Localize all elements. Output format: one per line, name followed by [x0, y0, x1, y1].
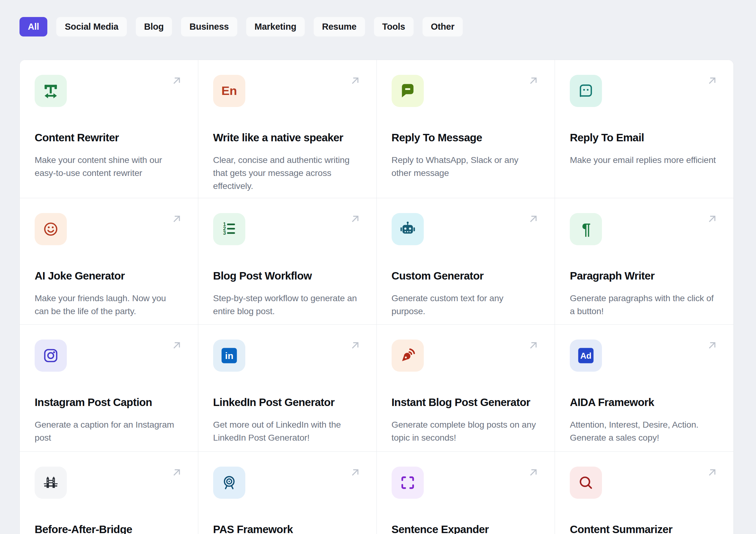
tool-card-instagram-post-caption[interactable]: Instagram Post CaptionGenerate a caption…: [20, 325, 198, 452]
arrow-up-right-icon[interactable]: [527, 213, 539, 225]
svg-text:in: in: [225, 351, 233, 361]
tool-card-title: Content Summarizer: [570, 522, 718, 534]
pilcrow-icon: ¶: [570, 213, 602, 245]
filter-tab-tools[interactable]: Tools: [374, 17, 414, 37]
arrow-up-right-icon[interactable]: [706, 75, 718, 87]
tool-card-custom-generator[interactable]: Custom GeneratorGenerate custom text for…: [377, 198, 555, 325]
filter-tab-social-media[interactable]: Social Media: [56, 17, 126, 37]
arrow-up-right-icon[interactable]: [706, 213, 718, 225]
smiley-icon: [35, 213, 67, 245]
arrow-up-right-icon[interactable]: [349, 339, 361, 351]
tool-card-description: Make your email replies more efficient: [570, 153, 717, 166]
tool-card-description: Make your friends laugh. Now you can be …: [35, 292, 182, 318]
tool-card-paragraph-writer[interactable]: ¶ Paragraph WriterGenerate paragraphs wi…: [555, 198, 733, 325]
filter-tab-other[interactable]: Other: [422, 17, 463, 37]
tools-grid: Content RewriterMake your content shine …: [19, 60, 734, 534]
tool-card-sentence-expander[interactable]: Sentence Expander: [377, 452, 555, 534]
tool-card-description: Generate complete blog posts on any topi…: [392, 418, 539, 444]
tool-card-description: Attention, Interest, Desire, Action. Gen…: [570, 418, 717, 444]
tool-card-reply-to-message[interactable]: Reply To MessageReply to WhatsApp, Slack…: [377, 60, 555, 198]
tool-card-write-like-a-native-speaker[interactable]: En Write like a native speakerClear, con…: [198, 60, 377, 198]
arrow-up-right-icon[interactable]: [349, 213, 361, 225]
filter-tab-resume[interactable]: Resume: [314, 17, 365, 37]
numbered-list-icon: 1 2 3: [213, 213, 245, 245]
tool-card-title: Instagram Post Caption: [35, 395, 183, 410]
tool-card-linkedin-post-generator[interactable]: in LinkedIn Post GeneratorGet more out o…: [198, 325, 377, 452]
tool-card-description: Generate paragraphs with the click of a …: [570, 292, 717, 318]
tool-card-description: Clear, concise and authentic writing tha…: [213, 153, 360, 192]
filter-tab-marketing[interactable]: Marketing: [246, 17, 305, 37]
tool-card-description: Generate custom text for any purpose.: [392, 292, 539, 318]
linkedin-square-icon: in: [213, 339, 245, 372]
arrow-up-right-icon[interactable]: [171, 467, 182, 478]
category-filter-tabs: AllSocial MediaBlogBusinessMarketingResu…: [19, 17, 463, 37]
tool-card-description: Generate a caption for an Instagram post: [35, 418, 182, 444]
tool-card-title: PAS Framework: [213, 522, 362, 534]
tool-card-title: Blog Post Workflow: [213, 269, 362, 283]
tool-card-title: AI Joke Generator: [35, 269, 183, 283]
svg-text:3: 3: [223, 230, 226, 236]
magnifier-icon: [570, 467, 602, 499]
tool-card-ai-joke-generator[interactable]: AI Joke GeneratorMake your friends laugh…: [20, 198, 198, 325]
tool-card-title: Content Rewriter: [35, 130, 183, 145]
filter-tab-all[interactable]: All: [19, 17, 47, 37]
arrow-up-right-icon[interactable]: [171, 213, 182, 225]
en-letters-icon: En: [213, 75, 245, 107]
arrow-up-right-icon[interactable]: [171, 339, 182, 351]
arrow-up-right-icon[interactable]: [706, 339, 718, 351]
arrow-up-right-icon[interactable]: [527, 467, 539, 478]
svg-text:En: En: [221, 84, 237, 97]
tool-card-description: Make your content shine with our easy-to…: [35, 153, 182, 179]
tool-card-content-rewriter[interactable]: Content RewriterMake your content shine …: [20, 60, 198, 198]
tool-card-title: Custom Generator: [392, 269, 540, 283]
tool-card-title: Write like a native speaker: [213, 130, 362, 145]
tool-card-pas-framework[interactable]: PAS Framework: [198, 452, 377, 534]
ad-square-icon: Ad: [570, 339, 602, 372]
target-award-icon: [213, 467, 245, 499]
chat-outline-face-icon: [570, 75, 602, 107]
tool-card-content-summarizer[interactable]: Content Summarizer: [555, 452, 733, 534]
arrow-up-right-icon[interactable]: [706, 467, 718, 478]
instagram-icon: [35, 339, 67, 372]
tool-card-title: AIDA Framework: [570, 395, 718, 410]
arrow-up-right-icon[interactable]: [171, 75, 182, 87]
tool-card-title: Instant Blog Post Generator: [392, 395, 540, 410]
tool-card-description: Reply to WhatsApp, Slack or any other me…: [392, 153, 539, 179]
tool-card-description: Step-by-step workflow to generate an ent…: [213, 292, 360, 318]
tool-card-before-after-bridge[interactable]: Before-After-Bridge: [20, 452, 198, 534]
chat-filled-icon: [392, 75, 424, 107]
tool-card-title: Paragraph Writer: [570, 269, 718, 283]
arrow-up-right-icon[interactable]: [527, 75, 539, 87]
expand-brackets-icon: [392, 467, 424, 499]
tool-card-instant-blog-post-generator[interactable]: Instant Blog Post GeneratorGenerate comp…: [377, 325, 555, 452]
tool-card-reply-to-email[interactable]: Reply To EmailMake your email replies mo…: [555, 60, 733, 198]
tool-card-title: LinkedIn Post Generator: [213, 395, 362, 410]
robot-icon: [392, 213, 424, 245]
svg-text:Ad: Ad: [580, 351, 591, 360]
bridge-icon: [35, 467, 67, 499]
arrow-up-right-icon[interactable]: [527, 339, 539, 351]
svg-text:¶: ¶: [582, 221, 591, 238]
filter-tab-business[interactable]: Business: [181, 17, 237, 37]
tool-card-aida-framework[interactable]: Ad AIDA FrameworkAttention, Interest, De…: [555, 325, 733, 452]
text-width-icon: [35, 75, 67, 107]
tool-card-title: Reply To Message: [392, 130, 540, 145]
tool-card-blog-post-workflow[interactable]: 1 2 3 Blog Post WorkflowStep-by-step wor…: [198, 198, 377, 325]
pen-waves-icon: [392, 339, 424, 372]
arrow-up-right-icon[interactable]: [349, 75, 361, 87]
filter-tab-blog[interactable]: Blog: [136, 17, 172, 37]
tool-card-title: Reply To Email: [570, 130, 718, 145]
tool-card-title: Sentence Expander: [392, 522, 540, 534]
tool-card-title: Before-After-Bridge: [35, 522, 183, 534]
arrow-up-right-icon[interactable]: [349, 467, 361, 478]
tool-card-description: Get more out of LinkedIn with the Linked…: [213, 418, 360, 444]
